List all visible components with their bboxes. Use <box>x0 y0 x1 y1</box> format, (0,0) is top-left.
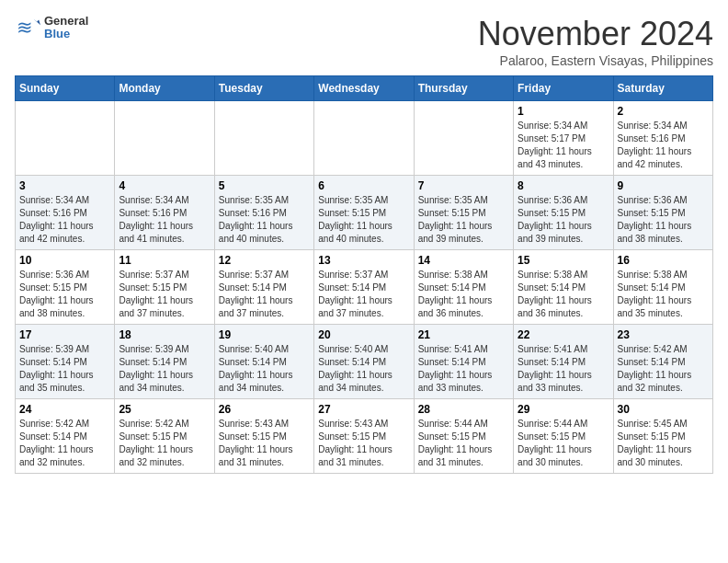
calendar-cell: 15Sunrise: 5:38 AM Sunset: 5:14 PM Dayli… <box>514 250 613 325</box>
day-info: Sunrise: 5:34 AM Sunset: 5:16 PM Dayligh… <box>618 120 709 171</box>
day-info: Sunrise: 5:37 AM Sunset: 5:14 PM Dayligh… <box>318 269 409 320</box>
calendar-header: SundayMondayTuesdayWednesdayThursdayFrid… <box>16 76 713 101</box>
calendar-body: 1Sunrise: 5:34 AM Sunset: 5:17 PM Daylig… <box>16 101 713 474</box>
day-info: Sunrise: 5:34 AM Sunset: 5:17 PM Dayligh… <box>518 120 609 171</box>
day-info: Sunrise: 5:36 AM Sunset: 5:15 PM Dayligh… <box>618 194 709 246</box>
day-info: Sunrise: 5:42 AM Sunset: 5:15 PM Dayligh… <box>119 418 210 469</box>
day-info: Sunrise: 5:34 AM Sunset: 5:16 PM Dayligh… <box>119 194 210 246</box>
calendar-cell: 4Sunrise: 5:34 AM Sunset: 5:16 PM Daylig… <box>115 176 214 250</box>
calendar-cell: 28Sunrise: 5:44 AM Sunset: 5:15 PM Dayli… <box>414 399 513 474</box>
day-info: Sunrise: 5:39 AM Sunset: 5:14 PM Dayligh… <box>19 343 110 395</box>
calendar-cell: 23Sunrise: 5:42 AM Sunset: 5:14 PM Dayli… <box>613 325 712 399</box>
day-of-week-header: Friday <box>514 76 613 101</box>
day-info: Sunrise: 5:37 AM Sunset: 5:14 PM Dayligh… <box>219 269 310 320</box>
day-number: 29 <box>518 403 609 416</box>
calendar-cell <box>414 101 513 176</box>
day-info: Sunrise: 5:34 AM Sunset: 5:16 PM Dayligh… <box>19 194 110 246</box>
day-info: Sunrise: 5:38 AM Sunset: 5:14 PM Dayligh… <box>518 269 609 320</box>
day-info: Sunrise: 5:43 AM Sunset: 5:15 PM Dayligh… <box>219 418 310 469</box>
calendar-cell: 19Sunrise: 5:40 AM Sunset: 5:14 PM Dayli… <box>214 325 313 399</box>
day-number: 26 <box>219 403 310 416</box>
calendar-cell: 17Sunrise: 5:39 AM Sunset: 5:14 PM Dayli… <box>16 325 115 399</box>
day-number: 25 <box>119 403 210 416</box>
header-row: SundayMondayTuesdayWednesdayThursdayFrid… <box>16 76 713 101</box>
day-number: 21 <box>418 328 509 341</box>
day-info: Sunrise: 5:44 AM Sunset: 5:15 PM Dayligh… <box>418 418 509 469</box>
day-info: Sunrise: 5:36 AM Sunset: 5:15 PM Dayligh… <box>19 269 110 320</box>
day-info: Sunrise: 5:43 AM Sunset: 5:15 PM Dayligh… <box>318 418 409 469</box>
day-number: 14 <box>418 254 509 267</box>
day-number: 6 <box>318 179 409 192</box>
calendar-cell: 1Sunrise: 5:34 AM Sunset: 5:17 PM Daylig… <box>514 101 613 176</box>
calendar-cell: 8Sunrise: 5:36 AM Sunset: 5:15 PM Daylig… <box>514 176 613 250</box>
day-info: Sunrise: 5:44 AM Sunset: 5:15 PM Dayligh… <box>518 418 609 469</box>
day-number: 27 <box>318 403 409 416</box>
calendar-cell: 30Sunrise: 5:45 AM Sunset: 5:15 PM Dayli… <box>613 399 712 474</box>
day-number: 5 <box>219 179 310 192</box>
calendar-cell: 12Sunrise: 5:37 AM Sunset: 5:14 PM Dayli… <box>214 250 313 325</box>
calendar-cell: 22Sunrise: 5:41 AM Sunset: 5:14 PM Dayli… <box>514 325 613 399</box>
day-of-week-header: Wednesday <box>314 76 414 101</box>
calendar-cell: 20Sunrise: 5:40 AM Sunset: 5:14 PM Dayli… <box>314 325 414 399</box>
day-number: 22 <box>518 328 609 341</box>
calendar-cell <box>16 101 115 176</box>
day-number: 16 <box>618 254 709 267</box>
day-number: 8 <box>518 179 609 192</box>
day-number: 9 <box>618 179 709 192</box>
day-info: Sunrise: 5:38 AM Sunset: 5:14 PM Dayligh… <box>418 269 509 320</box>
calendar-week-row: 17Sunrise: 5:39 AM Sunset: 5:14 PM Dayli… <box>16 325 713 399</box>
calendar-cell: 24Sunrise: 5:42 AM Sunset: 5:14 PM Dayli… <box>16 399 115 474</box>
day-number: 4 <box>119 179 210 192</box>
logo-general: General <box>44 15 88 28</box>
day-info: Sunrise: 5:35 AM Sunset: 5:15 PM Dayligh… <box>318 194 409 246</box>
calendar-cell: 11Sunrise: 5:37 AM Sunset: 5:15 PM Dayli… <box>115 250 214 325</box>
calendar-cell <box>214 101 313 176</box>
day-number: 17 <box>19 328 110 341</box>
calendar-cell <box>115 101 214 176</box>
calendar-week-row: 24Sunrise: 5:42 AM Sunset: 5:14 PM Dayli… <box>16 399 713 474</box>
day-number: 23 <box>618 328 709 341</box>
day-info: Sunrise: 5:42 AM Sunset: 5:14 PM Dayligh… <box>618 343 709 395</box>
logo-icon: ≋ <box>15 15 40 40</box>
page-header: ≋ General Blue November 2024 Palaroo, Ea… <box>15 15 713 68</box>
logo: ≋ General Blue <box>15 15 88 41</box>
day-info: Sunrise: 5:37 AM Sunset: 5:15 PM Dayligh… <box>119 269 210 320</box>
day-number: 13 <box>318 254 409 267</box>
day-number: 12 <box>219 254 310 267</box>
calendar-week-row: 3Sunrise: 5:34 AM Sunset: 5:16 PM Daylig… <box>16 176 713 250</box>
day-info: Sunrise: 5:35 AM Sunset: 5:15 PM Dayligh… <box>418 194 509 246</box>
day-info: Sunrise: 5:40 AM Sunset: 5:14 PM Dayligh… <box>219 343 310 395</box>
calendar-cell: 26Sunrise: 5:43 AM Sunset: 5:15 PM Dayli… <box>214 399 313 474</box>
calendar-table: SundayMondayTuesdayWednesdayThursdayFrid… <box>15 75 713 474</box>
day-of-week-header: Tuesday <box>214 76 313 101</box>
calendar-cell: 14Sunrise: 5:38 AM Sunset: 5:14 PM Dayli… <box>414 250 513 325</box>
calendar-cell <box>314 101 414 176</box>
month-title: November 2024 <box>478 15 713 53</box>
calendar-cell: 21Sunrise: 5:41 AM Sunset: 5:14 PM Dayli… <box>414 325 513 399</box>
calendar-cell: 16Sunrise: 5:38 AM Sunset: 5:14 PM Dayli… <box>613 250 712 325</box>
day-number: 19 <box>219 328 310 341</box>
calendar-week-row: 10Sunrise: 5:36 AM Sunset: 5:15 PM Dayli… <box>16 250 713 325</box>
calendar-cell: 29Sunrise: 5:44 AM Sunset: 5:15 PM Dayli… <box>514 399 613 474</box>
day-info: Sunrise: 5:41 AM Sunset: 5:14 PM Dayligh… <box>418 343 509 395</box>
day-info: Sunrise: 5:35 AM Sunset: 5:16 PM Dayligh… <box>219 194 310 246</box>
day-number: 7 <box>418 179 509 192</box>
calendar-cell: 6Sunrise: 5:35 AM Sunset: 5:15 PM Daylig… <box>314 176 414 250</box>
day-number: 2 <box>618 105 709 118</box>
calendar-cell: 9Sunrise: 5:36 AM Sunset: 5:15 PM Daylig… <box>613 176 712 250</box>
day-info: Sunrise: 5:42 AM Sunset: 5:14 PM Dayligh… <box>19 418 110 469</box>
calendar-cell: 5Sunrise: 5:35 AM Sunset: 5:16 PM Daylig… <box>214 176 313 250</box>
location: Palaroo, Eastern Visayas, Philippines <box>478 53 713 68</box>
svg-text:≋: ≋ <box>17 17 33 38</box>
day-info: Sunrise: 5:39 AM Sunset: 5:14 PM Dayligh… <box>119 343 210 395</box>
day-info: Sunrise: 5:45 AM Sunset: 5:15 PM Dayligh… <box>618 418 709 469</box>
day-number: 1 <box>518 105 609 118</box>
day-number: 20 <box>318 328 409 341</box>
calendar-cell: 13Sunrise: 5:37 AM Sunset: 5:14 PM Dayli… <box>314 250 414 325</box>
day-of-week-header: Sunday <box>16 76 115 101</box>
day-info: Sunrise: 5:38 AM Sunset: 5:14 PM Dayligh… <box>618 269 709 320</box>
calendar-cell: 27Sunrise: 5:43 AM Sunset: 5:15 PM Dayli… <box>314 399 414 474</box>
day-of-week-header: Thursday <box>414 76 513 101</box>
day-number: 3 <box>19 179 110 192</box>
logo-blue: Blue <box>44 28 88 40</box>
